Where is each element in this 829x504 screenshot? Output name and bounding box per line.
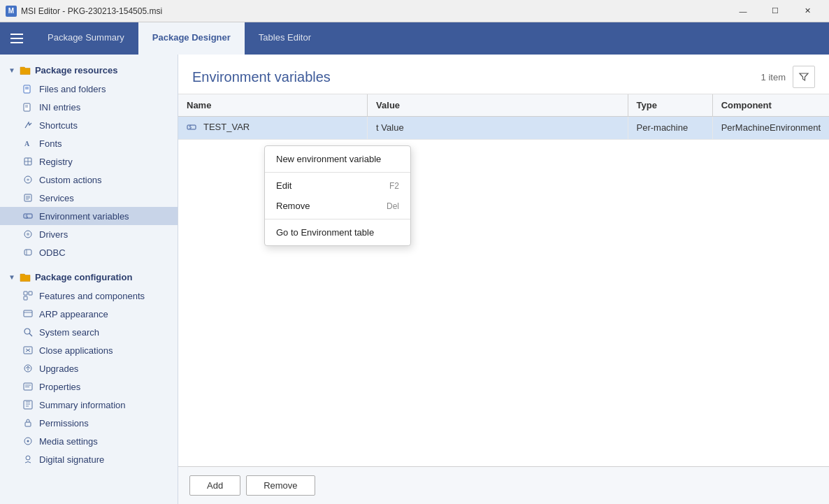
arrow-icon: ▼ [8,273,15,281]
close-apps-icon [22,345,34,356]
sidebar-item-label: Digital signature [39,454,104,465]
ctx-remove[interactable]: Remove Del [265,196,410,216]
sidebar-item-label: Files and folders [39,84,106,94]
sidebar-item-close-applications[interactable]: Close applications [0,341,178,359]
svg-rect-24 [24,310,32,317]
svg-text:$: $ [25,214,28,219]
sidebar-item-permissions[interactable]: Permissions [0,414,178,432]
add-button[interactable]: Add [189,475,240,496]
svg-rect-32 [24,383,32,390]
sidebar-item-label: System search [39,327,99,338]
sidebar-item-label: Fonts [39,138,62,149]
sidebar-item-label: Environment variables [39,211,129,222]
sidebar-item-label: Close applications [39,345,113,356]
col-header-value: Value [368,94,628,117]
upgrades-icon [22,363,34,374]
sidebar-item-label: Upgrades [39,363,78,374]
registry-icon [22,156,34,167]
sidebar-item-shortcuts[interactable]: Shortcuts [0,116,178,134]
svg-rect-23 [24,296,27,300]
permissions-icon [22,417,34,429]
close-button[interactable]: ✕ [791,0,823,22]
sidebar-item-label: Drivers [39,229,68,240]
ctx-new-env-var[interactable]: New environment variable [265,149,410,169]
minimize-button[interactable]: — [727,0,759,22]
svg-rect-22 [29,291,32,295]
ctx-go-to-env-table[interactable]: Go to Environment table [265,222,410,243]
table-header-row: Name Value Type Component [178,94,829,117]
ctx-label: New environment variable [276,154,381,164]
filter-button[interactable] [793,66,815,88]
fonts-icon: A [22,138,34,149]
arrow-icon: ▼ [8,66,15,74]
sidebar-item-environment-variables[interactable]: $ Environment variables [0,207,178,225]
sidebar-item-arp-appearance[interactable]: ARP appearance [0,305,178,323]
sidebar-item-odbc[interactable]: ODBC [0,243,178,261]
custom-actions-icon [22,174,34,185]
sidebar-item-label: ARP appearance [39,309,108,319]
cell-value: t Value [368,117,628,140]
sidebar-item-label: Permissions [39,418,89,429]
sidebar-item-digital-signature[interactable]: Digital signature [0,450,178,468]
svg-point-38 [27,440,29,442]
menu-tabs: Package Summary Package Designer Tables … [34,22,325,55]
col-header-component: Component [712,94,829,117]
sidebar-item-drivers[interactable]: Drivers [0,225,178,243]
tab-package-designer[interactable]: Package Designer [138,22,245,55]
shortcut-icon [22,120,34,131]
svg-rect-21 [24,291,27,295]
sidebar-item-files-folders[interactable]: Files and folders [0,80,178,98]
sidebar-item-media-settings[interactable]: Media settings [0,432,178,450]
sidebar-item-upgrades[interactable]: Upgrades [0,359,178,377]
sidebar-item-ini-entries[interactable]: INI entries [0,98,178,116]
context-menu: New environment variable Edit F2 Remove … [264,145,411,246]
svg-point-39 [26,456,30,460]
tab-package-summary[interactable]: Package Summary [34,22,138,55]
restore-button[interactable]: ☐ [759,0,791,22]
sidebar-item-summary-information[interactable]: Summary information [0,396,178,414]
ctx-divider-1 [265,172,410,173]
media-icon [22,435,34,447]
sidebar-item-fonts[interactable]: A Fonts [0,134,178,152]
bottom-toolbar: Add Remove [178,466,829,504]
features-icon [22,290,34,301]
svg-point-26 [24,329,30,334]
drivers-icon [22,229,34,240]
sidebar-group-package-configuration[interactable]: ▼ Package configuration [0,267,178,287]
cell-type: Per-machine [628,117,712,140]
env-vars-table: Name Value Type Component $ [178,94,829,140]
sidebar-item-registry[interactable]: Registry [0,152,178,171]
svg-rect-19 [24,250,31,255]
folder-icon [20,64,31,75]
sidebar-group-package-resources[interactable]: ▼ Package resources [0,60,178,80]
sidebar-item-custom-actions[interactable]: Custom actions [0,171,178,189]
page-title: Environment variables [192,69,761,85]
sidebar-item-label: Custom actions [39,175,102,185]
ctx-label: Edit [276,180,291,191]
sidebar-group-label: Package configuration [35,272,132,282]
sidebar-item-label: Summary information [39,400,126,410]
svg-rect-36 [25,422,31,426]
env-vars-icon: $ [22,210,34,222]
table-row[interactable]: $ TEST_VAR t Value Per-machine PerMachin… [178,117,829,140]
svg-point-18 [27,233,29,236]
tab-tables-editor[interactable]: Tables Editor [245,22,325,55]
remove-button[interactable]: Remove [246,475,315,496]
content-area: Environment variables 1 item Name Value … [178,55,829,504]
main-layout: ▼ Package resources Files and folders IN… [0,55,829,504]
signature-icon [22,454,34,465]
sidebar: ▼ Package resources Files and folders IN… [0,55,178,504]
sidebar-item-properties[interactable]: Properties [0,377,178,396]
sidebar-item-label: Shortcuts [39,120,78,131]
files-icon [22,83,34,94]
hamburger-menu[interactable] [6,27,28,50]
sidebar-item-system-search[interactable]: System search [0,323,178,341]
ctx-shortcut: F2 [389,181,399,191]
cell-component: PerMachineEnvironment [712,117,829,140]
sidebar-item-label: ODBC [39,247,66,258]
sidebar-item-features-components[interactable]: Features and components [0,287,178,305]
ctx-edit[interactable]: Edit F2 [265,175,410,196]
summary-icon [22,399,34,410]
window-title: MSI Editor - PKG-230213-154505.msi [21,6,727,16]
sidebar-item-services[interactable]: Services [0,189,178,207]
